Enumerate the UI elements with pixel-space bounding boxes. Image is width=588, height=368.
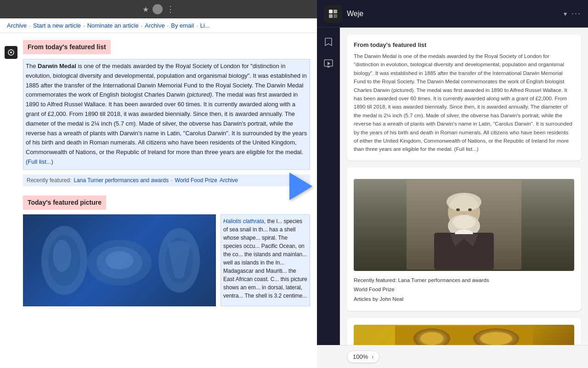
svg-marker-15 bbox=[328, 62, 330, 65]
weje-featured-list-card: From today's featured list The Darwin Me… bbox=[347, 34, 581, 161]
svg-rect-13 bbox=[334, 14, 337, 18]
featured-image bbox=[23, 214, 216, 306]
weje-second-image bbox=[354, 325, 574, 345]
featured-picture-header: Today's featured picture bbox=[23, 196, 106, 210]
nominate-link[interactable]: Nominate an article bbox=[87, 22, 139, 29]
svg-point-18 bbox=[447, 193, 481, 211]
shell-illustration bbox=[23, 214, 216, 306]
nav-separator-3: · bbox=[141, 22, 143, 29]
svg-rect-12 bbox=[329, 14, 333, 18]
svg-point-30 bbox=[480, 332, 512, 345]
archive-link[interactable]: Archive bbox=[7, 22, 27, 29]
weje-second-image-card bbox=[347, 318, 581, 345]
recently-featured: Recently featured: Lana Turner performan… bbox=[23, 174, 310, 186]
by-email-link[interactable]: By email bbox=[171, 22, 194, 29]
present-sidebar-icon[interactable] bbox=[321, 56, 336, 71]
weje-header: Weje ▾ ··· bbox=[317, 0, 588, 28]
weje-more-icon[interactable]: ··· bbox=[571, 9, 581, 18]
featured-list-header: From today's featured list bbox=[23, 40, 111, 54]
world-food-link-weje: World Food Prize bbox=[354, 285, 574, 294]
recently-featured-link: Recently featured: Lana Turner performan… bbox=[354, 276, 574, 285]
articles-john-neal-link: Articles by John Neal bbox=[354, 294, 574, 304]
svg-point-28 bbox=[420, 332, 443, 345]
weje-mini-sidebar bbox=[317, 28, 340, 345]
svg-point-1 bbox=[10, 52, 12, 53]
nav-separator-1: · bbox=[29, 22, 31, 29]
left-panel: ★ ⋮ Archive · Start a new article · Nomi… bbox=[0, 0, 317, 368]
browser-chrome: ★ ⋮ bbox=[0, 0, 317, 18]
darwin-photo bbox=[354, 179, 574, 271]
weje-logo bbox=[324, 5, 342, 23]
wiki-nav: Archive · Start a new article · Nominate… bbox=[0, 18, 317, 33]
featured-picture-section: Today's featured picture bbox=[23, 196, 310, 306]
svg-point-23 bbox=[452, 215, 475, 229]
svg-point-19 bbox=[456, 208, 460, 211]
weje-darwin-card: Recently featured: Lana Turner performan… bbox=[347, 167, 581, 311]
zoom-arrow-icon: › bbox=[372, 354, 373, 360]
li-link[interactable]: Li... bbox=[200, 22, 210, 29]
weje-card-text: The Darwin Medal is one of the medals aw… bbox=[354, 52, 574, 154]
featured-list-text: The Darwin Medal is one of the medals aw… bbox=[23, 59, 310, 170]
zoom-level: 100% bbox=[353, 353, 368, 360]
weje-card-title: From today's featured list bbox=[354, 41, 574, 48]
weje-darwin-image bbox=[354, 179, 574, 271]
recently-label: Recently featured: bbox=[27, 176, 71, 184]
browser-menu-icon[interactable]: ⋮ bbox=[166, 4, 175, 14]
weje-chevron-icon[interactable]: ▾ bbox=[564, 10, 567, 17]
full-list-link[interactable]: (Full list...) bbox=[26, 158, 53, 165]
text-before-darwin: The bbox=[26, 63, 38, 69]
nav-separator-5: · bbox=[196, 22, 198, 29]
bookmark-icon[interactable]: ★ bbox=[142, 5, 149, 14]
nav-separator-2: · bbox=[83, 22, 85, 29]
blue-arrow-icon bbox=[289, 172, 312, 200]
haliotis-link[interactable]: Haliotis clathrata bbox=[223, 218, 264, 224]
world-food-link[interactable]: World Food Prize bbox=[175, 176, 217, 184]
featured-picture-content: Haliotis clathrata, the l... species of … bbox=[23, 214, 310, 306]
svg-rect-10 bbox=[329, 10, 333, 13]
svg-rect-11 bbox=[334, 10, 337, 13]
lana-turner-link[interactable]: Lana Turner performances and awards bbox=[74, 176, 169, 184]
bookmark-sidebar-icon[interactable] bbox=[321, 34, 336, 49]
darwin-medal-link[interactable]: Darwin Medal bbox=[38, 63, 76, 69]
featured-list-section: From today's featured list The Darwin Me… bbox=[23, 40, 310, 186]
archive-recently[interactable]: Archive bbox=[220, 176, 238, 184]
nav-separator-4: · bbox=[167, 22, 169, 29]
dot-separator: · bbox=[171, 176, 172, 184]
wiki-content: Archive · Start a new article · Nominate… bbox=[0, 18, 317, 368]
featured-caption: Haliotis clathrata, the l... species of … bbox=[220, 214, 310, 306]
svg-point-4 bbox=[53, 240, 71, 272]
wiki-body: From today's featured list The Darwin Me… bbox=[0, 33, 317, 313]
weje-main-content: From today's featured list The Darwin Me… bbox=[340, 28, 588, 345]
weje-card-links: Recently featured: Lana Turner performan… bbox=[354, 276, 574, 304]
right-panel: Weje ▾ ··· From today's f bbox=[317, 0, 588, 368]
start-new-link[interactable]: Start a new article bbox=[33, 22, 81, 29]
svg-point-7 bbox=[106, 251, 133, 270]
wiki-sidebar-icon[interactable] bbox=[5, 46, 17, 59]
svg-point-20 bbox=[468, 208, 472, 211]
featured-text-body: is one of the medals awarded by the Roya… bbox=[26, 63, 307, 165]
archive2-link[interactable]: Archive bbox=[145, 22, 164, 29]
user-avatar bbox=[153, 4, 163, 14]
weje-title: Weje bbox=[347, 10, 559, 18]
arrow-pointer bbox=[289, 172, 312, 200]
zoom-control[interactable]: 100% › bbox=[347, 351, 379, 363]
weje-zoom-bar: 100% › bbox=[317, 345, 588, 368]
weje-body: From today's featured list The Darwin Me… bbox=[317, 28, 588, 345]
